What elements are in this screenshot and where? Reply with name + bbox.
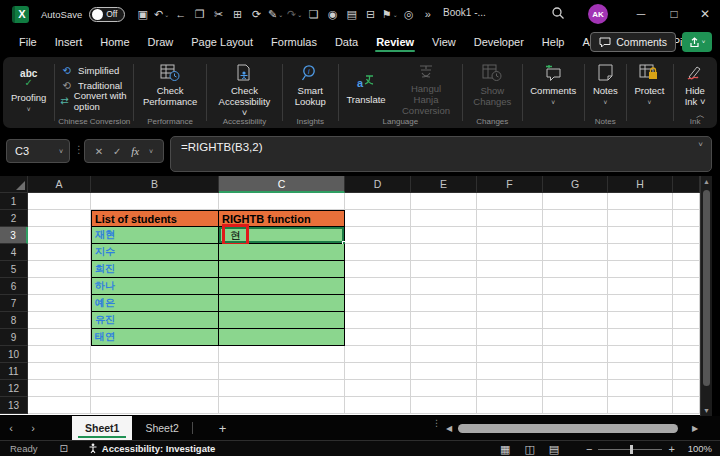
- scroll-up-icon[interactable]: ▲: [701, 178, 712, 185]
- cell-H2[interactable]: [608, 210, 673, 227]
- column-header-partial[interactable]: [673, 176, 700, 193]
- zoom-in-icon[interactable]: +: [668, 443, 674, 455]
- paste-picture-icon[interactable]: ⊞: [228, 8, 247, 21]
- cell-A13[interactable]: [28, 397, 91, 414]
- next-sheet-icon[interactable]: ›: [22, 422, 44, 434]
- cell-B1[interactable]: [91, 193, 219, 210]
- cell-H5[interactable]: [608, 261, 673, 278]
- fx-dropdown-icon[interactable]: ˅: [149, 148, 153, 155]
- cell-C9[interactable]: [219, 329, 345, 346]
- zoom-slider-knob[interactable]: [630, 445, 633, 454]
- cell-E8[interactable]: [411, 312, 477, 329]
- vertical-scroll-thumb[interactable]: [703, 190, 710, 386]
- tab-home[interactable]: Home: [91, 29, 138, 55]
- cell-X13[interactable]: [673, 397, 700, 414]
- cut-icon[interactable]: ✂: [209, 8, 228, 21]
- cell-B2[interactable]: List of students: [91, 210, 219, 227]
- prev-sheet-icon[interactable]: ‹: [0, 422, 22, 434]
- cell-H1[interactable]: [608, 193, 673, 210]
- insert-function-icon[interactable]: fx: [131, 145, 139, 157]
- cell-C8[interactable]: [219, 312, 345, 329]
- cell-E9[interactable]: [411, 329, 477, 346]
- cell-B12[interactable]: [91, 380, 219, 397]
- avatar[interactable]: AK: [588, 4, 608, 24]
- cell-F7[interactable]: [477, 295, 543, 312]
- cell-G2[interactable]: [543, 210, 608, 227]
- cell-X9[interactable]: [673, 329, 700, 346]
- vertical-scrollbar[interactable]: ▲ ▼: [700, 176, 712, 416]
- cell-E5[interactable]: [411, 261, 477, 278]
- horizontal-scroll-thumb[interactable]: [458, 424, 678, 433]
- cell-G6[interactable]: [543, 278, 608, 295]
- cell-D1[interactable]: [345, 193, 411, 210]
- cell-D5[interactable]: [345, 261, 411, 278]
- cell-B4[interactable]: 지수: [91, 244, 219, 261]
- cell-D12[interactable]: [345, 380, 411, 397]
- page-break-view-icon[interactable]: ▤: [549, 443, 559, 456]
- cell-G7[interactable]: [543, 295, 608, 312]
- cell-G3[interactable]: [543, 227, 608, 244]
- column-header-A[interactable]: A: [28, 176, 91, 193]
- more-commands-icon[interactable]: »: [418, 8, 437, 20]
- cell-H3[interactable]: [608, 227, 673, 244]
- scroll-left-icon[interactable]: ◀: [446, 424, 452, 433]
- table-properties-icon[interactable]: ⊟: [361, 8, 380, 21]
- expand-formula-bar-icon[interactable]: ˅: [698, 140, 703, 149]
- cell-D3[interactable]: [345, 227, 411, 244]
- cell-A2[interactable]: [28, 210, 91, 227]
- cell-D8[interactable]: [345, 312, 411, 329]
- cell-A9[interactable]: [28, 329, 91, 346]
- select-all-corner[interactable]: [0, 176, 28, 193]
- cell-E12[interactable]: [411, 380, 477, 397]
- cell-E3[interactable]: [411, 227, 477, 244]
- tab-file[interactable]: File: [10, 29, 46, 55]
- row-header-9[interactable]: 9: [0, 329, 28, 346]
- cancel-icon[interactable]: ✕: [95, 146, 103, 157]
- cell-G5[interactable]: [543, 261, 608, 278]
- simplified-button[interactable]: ⟲ Simplified: [60, 63, 119, 78]
- column-header-G[interactable]: G: [543, 176, 608, 193]
- cell-G12[interactable]: [543, 380, 608, 397]
- cell-F2[interactable]: [477, 210, 543, 227]
- tab-developer[interactable]: Developer: [465, 29, 533, 55]
- cell-C2[interactable]: RIGHTB function: [219, 210, 345, 227]
- cell-F6[interactable]: [477, 278, 543, 295]
- row-header-5[interactable]: 5: [0, 261, 28, 278]
- cell-X7[interactable]: [673, 295, 700, 312]
- cell-E6[interactable]: [411, 278, 477, 295]
- cell-B5[interactable]: 희진: [91, 261, 219, 278]
- cell-H13[interactable]: [608, 397, 673, 414]
- cell-X10[interactable]: [673, 346, 700, 363]
- cell-H12[interactable]: [608, 380, 673, 397]
- cell-G8[interactable]: [543, 312, 608, 329]
- column-header-B[interactable]: B: [91, 176, 219, 193]
- row-header-1[interactable]: 1: [0, 193, 28, 210]
- cell-B9[interactable]: 태연: [91, 329, 219, 346]
- tab-review[interactable]: Review: [367, 29, 423, 55]
- scroll-right-icon[interactable]: ▶: [692, 424, 698, 433]
- column-header-E[interactable]: E: [411, 176, 477, 193]
- format-painter-icon[interactable]: ✎⌄: [266, 8, 285, 21]
- back-icon[interactable]: ←: [171, 8, 190, 20]
- tab-page-layout[interactable]: Page Layout: [182, 29, 262, 55]
- tab-formulas[interactable]: Formulas: [262, 29, 326, 55]
- cell-A8[interactable]: [28, 312, 91, 329]
- cell-C4[interactable]: [219, 244, 345, 261]
- cell-E4[interactable]: [411, 244, 477, 261]
- cell-A5[interactable]: [28, 261, 91, 278]
- tab-insert[interactable]: Insert: [46, 29, 92, 55]
- cell-D13[interactable]: [345, 397, 411, 414]
- redo-icon[interactable]: ↷⌄: [285, 8, 304, 21]
- cell-C10[interactable]: [219, 346, 345, 363]
- cell-A4[interactable]: [28, 244, 91, 261]
- macro-record-icon[interactable]: ⊡: [59, 443, 67, 454]
- cell-F4[interactable]: [477, 244, 543, 261]
- refresh-document-icon[interactable]: ⟳: [247, 8, 266, 21]
- cell-A3[interactable]: [28, 227, 91, 244]
- cell-A10[interactable]: [28, 346, 91, 363]
- cell-F3[interactable]: [477, 227, 543, 244]
- cell-G10[interactable]: [543, 346, 608, 363]
- cell-G4[interactable]: [543, 244, 608, 261]
- normal-view-icon[interactable]: ▦: [500, 443, 510, 456]
- row-header-10[interactable]: 10: [0, 346, 28, 363]
